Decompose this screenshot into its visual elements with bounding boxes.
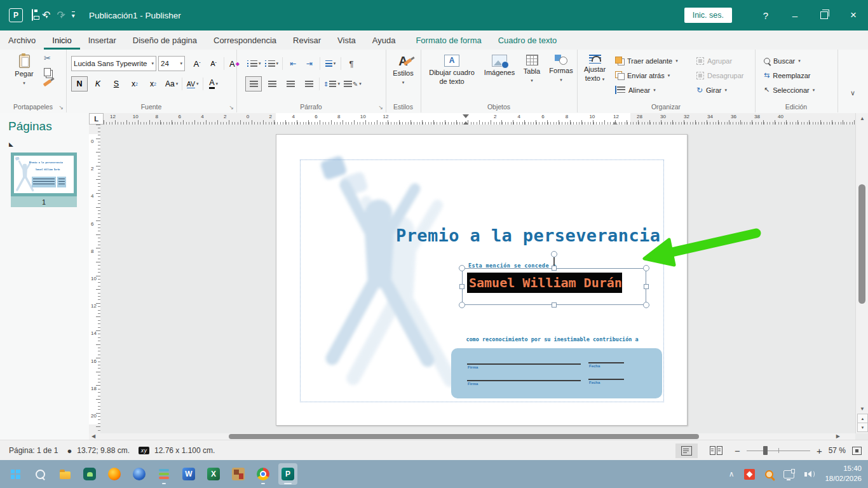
vertical-scroll-thumb[interactable] [858, 184, 865, 304]
paste-button[interactable]: Pegar ▾ [10, 50, 38, 86]
windows-start-icon[interactable] [6, 463, 25, 485]
page-indicator[interactable]: Página: 1 de 1 [9, 446, 58, 455]
rotate-button[interactable]: ↻Girar▾ [696, 83, 743, 97]
copy-icon[interactable] [44, 68, 51, 76]
format-painter-icon[interactable] [43, 79, 52, 87]
images-button[interactable]: Imágenes [482, 50, 517, 78]
horizontal-scrollbar[interactable]: ◀ ▶ [89, 433, 855, 440]
font-color-icon[interactable]: A▾ [205, 76, 222, 92]
scroll-up-icon[interactable]: ▲ [856, 116, 868, 121]
two-page-view-button[interactable] [704, 444, 728, 458]
bold-button[interactable]: N [71, 76, 88, 92]
horizontal-scroll-thumb[interactable] [229, 434, 699, 439]
right-indent-marker-icon[interactable] [613, 119, 618, 125]
android-app-icon[interactable] [80, 463, 99, 485]
file-explorer-icon[interactable] [55, 463, 74, 485]
recipient-name-highlighted[interactable]: Samuel William Durán [467, 273, 622, 293]
volume-icon[interactable] [804, 470, 815, 478]
record-app-icon[interactable] [744, 469, 755, 480]
cut-icon[interactable]: ✂ [44, 53, 51, 63]
resize-handle-bottom-right[interactable] [643, 302, 649, 308]
sign-in-button[interactable]: Inic. ses. [684, 8, 732, 23]
parrafo-dialog-launcher-icon[interactable]: ↘ [378, 105, 383, 111]
decrease-font-icon[interactable]: Aˇ [205, 56, 222, 71]
text-wrap-button[interactable]: Ajustartexto ▾ [578, 50, 611, 83]
previous-page-icon[interactable]: ▲ [857, 414, 868, 423]
resize-handle-bottom-left[interactable] [459, 302, 465, 308]
tab-insertar[interactable]: Insertar [80, 30, 125, 50]
tab-ayuda[interactable]: Ayuda [364, 30, 404, 50]
game-app-icon[interactable] [229, 463, 248, 485]
resize-handle-top-left[interactable] [459, 265, 465, 271]
send-backward-button[interactable]: Enviar atrás▾ [615, 69, 678, 82]
change-case-icon[interactable]: Aa▾ [163, 76, 180, 92]
vertical-ruler[interactable]: 02468101214161820 [89, 125, 101, 433]
resize-handle-bottom[interactable] [552, 302, 557, 308]
ruler-corner-box[interactable]: L [89, 113, 104, 125]
styles-button[interactable]: A Estilos ▾ [388, 50, 418, 86]
customize-qat-icon[interactable]: ▾ [72, 11, 75, 20]
numbering-icon[interactable]: ▾ [263, 56, 281, 71]
restore-button[interactable] [810, 0, 839, 30]
magnifier-app-icon[interactable] [765, 470, 773, 478]
word-icon[interactable]: W [179, 463, 198, 485]
zoom-slider[interactable] [747, 446, 810, 455]
stack-app-icon[interactable] [154, 463, 173, 485]
find-button[interactable]: Buscar▾ [764, 54, 815, 67]
justify-icon[interactable] [301, 76, 317, 92]
zoom-out-icon[interactable]: − [735, 445, 740, 456]
group-objects-button[interactable]: Agrupar [696, 54, 743, 67]
undo-icon[interactable]: ↶▾ [42, 10, 48, 20]
scroll-down-icon[interactable]: ▼ [856, 406, 868, 412]
decrease-indent-icon[interactable]: ⇤ [285, 56, 301, 71]
next-page-icon[interactable]: ▼ [857, 423, 868, 432]
tab-formato-de-forma[interactable]: Formato de forma [407, 30, 489, 50]
underline-button[interactable]: S [108, 76, 125, 92]
scroll-right-icon[interactable]: ▶ [836, 433, 840, 440]
increase-font-icon[interactable]: Aˆ [189, 56, 205, 71]
italic-button[interactable]: K [90, 76, 106, 92]
thunderbird-icon[interactable] [130, 463, 149, 485]
select-button[interactable]: ↖Seleccionar▾ [764, 83, 815, 97]
fit-page-icon[interactable] [852, 447, 862, 455]
tab-revisar[interactable]: Revisar [285, 30, 329, 50]
firefox-icon[interactable] [105, 463, 124, 485]
borders-pen-icon[interactable]: ✎▾ [342, 76, 363, 92]
zoom-in-icon[interactable]: + [817, 445, 822, 456]
save-icon[interactable] [32, 10, 33, 21]
show-paragraph-marks-icon[interactable]: ¶ [343, 56, 360, 71]
bring-forward-button[interactable]: Traer adelante▾ [615, 54, 678, 67]
font-size-select[interactable]: 24 ▾ [158, 56, 185, 71]
paste-dropdown-icon[interactable]: ▾ [23, 81, 25, 86]
vertical-scrollbar[interactable]: ▲ ▼ ▲ ▼ [855, 113, 868, 433]
shapes-button[interactable]: Formas ▾ [546, 50, 576, 83]
superscript-button[interactable]: x2 [145, 76, 161, 92]
horizontal-ruler[interactable]: 121086420246810122468101228303234363840 [104, 113, 855, 125]
rotation-handle[interactable] [551, 251, 557, 257]
zoom-slider-thumb[interactable] [763, 446, 768, 455]
chrome-icon[interactable] [254, 463, 273, 485]
minimize-button[interactable]: – [780, 0, 810, 30]
single-page-view-button[interactable] [675, 444, 698, 458]
bullets-icon[interactable]: ▾ [245, 56, 263, 71]
align-right-icon[interactable] [282, 76, 299, 92]
signature-panel[interactable]: Firma Fecha Firma Fecha [451, 348, 662, 398]
collapse-panel-icon[interactable]: ◣ [9, 141, 13, 147]
align-center-icon[interactable] [264, 76, 280, 92]
document-workspace[interactable]: Premio a la perseverancia Esta mención s… [100, 125, 855, 433]
resize-handle-left[interactable] [459, 284, 465, 289]
table-button[interactable]: Tabla ▾ [517, 50, 546, 84]
draw-text-box-button[interactable]: A Dibujar cuadrode texto [423, 50, 480, 86]
character-spacing-icon[interactable]: AV▾ [184, 76, 201, 92]
publisher-taskbar-icon[interactable]: P [278, 463, 297, 485]
help-button[interactable]: ? [751, 0, 780, 30]
tab-vista[interactable]: Vista [329, 30, 364, 50]
tab-archivo[interactable]: Archivo [0, 30, 44, 50]
subscript-button[interactable]: x2 [126, 76, 143, 92]
collapse-ribbon-icon[interactable]: ∨ [850, 89, 855, 97]
replace-button[interactable]: ⇆Reemplazar [764, 69, 815, 82]
resize-handle-top[interactable] [552, 266, 557, 271]
resize-handle-top-right[interactable] [643, 265, 649, 271]
font-name-select[interactable]: Lucida Sans Typewrite ▾ [71, 56, 156, 71]
ungroup-objects-button[interactable]: Desagrupar [696, 69, 743, 82]
